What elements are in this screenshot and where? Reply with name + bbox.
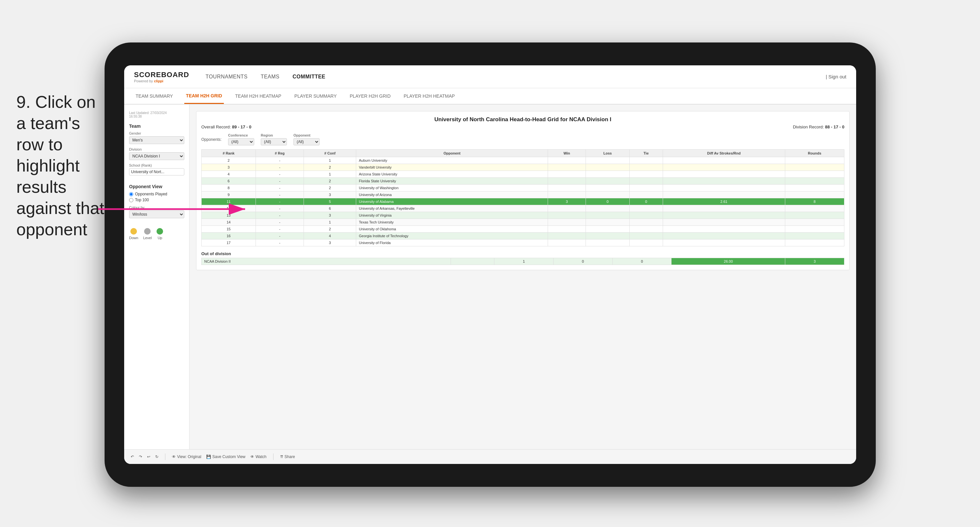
data-cell: 3 [548, 198, 586, 205]
opponent-name-cell: Arizona State University [356, 171, 548, 178]
save-custom-view-button[interactable]: 💾 Save Custom View [206, 454, 245, 459]
sub-nav-team-h2h-grid[interactable]: TEAM H2H GRID [184, 88, 224, 104]
data-cell: 8 [785, 198, 844, 205]
table-row[interactable]: 3-2Vanderbilt University [202, 164, 845, 171]
data-cell [548, 178, 586, 185]
data-cell: 14 [202, 219, 256, 226]
table-row[interactable]: 6-2Florida State University [202, 178, 845, 185]
data-cell: - [256, 198, 304, 205]
data-cell [586, 212, 630, 219]
toolbar-sep-1 [165, 454, 165, 460]
data-cell: - [256, 212, 304, 219]
sub-nav-team-h2h-heatmap[interactable]: TEAM H2H HEATMAP [234, 88, 283, 104]
data-cell [785, 171, 844, 178]
sub-nav-player-summary[interactable]: PLAYER SUMMARY [293, 88, 338, 104]
data-cell: 3 [304, 239, 356, 246]
data-cell [663, 219, 785, 226]
table-row[interactable]: 4-1Arizona State University [202, 171, 845, 178]
logo-brand: clippi [154, 79, 163, 83]
data-cell [586, 232, 630, 239]
nav-tournaments[interactable]: TOURNAMENTS [205, 74, 248, 80]
data-cell [663, 212, 785, 219]
sidebar-opponent-view-label: Opponent View [129, 184, 184, 189]
data-cell [586, 226, 630, 232]
data-cell [785, 164, 844, 171]
nav-sign-out[interactable]: | Sign out [826, 74, 846, 80]
nav-committee[interactable]: COMMITTEE [293, 74, 326, 80]
opponent-name-cell: Georgia Institute of Technology [356, 232, 548, 239]
sub-nav-player-h2h-heatmap[interactable]: PLAYER H2H HEATMAP [402, 88, 457, 104]
watch-button[interactable]: 👁 Watch [250, 454, 267, 459]
sidebar-school-input[interactable] [129, 168, 184, 175]
data-cell [548, 164, 586, 171]
data-cell: 2 [304, 226, 356, 232]
save-icon: 💾 [206, 454, 211, 459]
data-cell: 3 [304, 191, 356, 198]
data-cell [586, 164, 630, 171]
opponent-name-cell: University of Alabama [356, 198, 548, 205]
sidebar-division-select[interactable]: NCAA Division I [129, 152, 184, 160]
nav-teams[interactable]: TEAMS [261, 74, 280, 80]
sub-nav-player-h2h-grid[interactable]: PLAYER H2H GRID [348, 88, 392, 104]
step-number: 9. [16, 92, 30, 111]
nav-bar: SCOREBOARD Powered by clippi TOURNAMENTS… [124, 65, 856, 88]
sidebar-colour-by-select[interactable]: Win/loss [129, 210, 184, 218]
col-win: Win [548, 150, 586, 157]
grid-filters: Opponents: Conference (All) Region (All) [201, 133, 845, 145]
table-row[interactable]: 13-3University of Virginia [202, 212, 845, 219]
table-row[interactable]: 17-3University of Florida [202, 239, 845, 246]
region-select[interactable]: (All) [261, 138, 287, 145]
data-cell [586, 191, 630, 198]
data-cell [629, 191, 663, 198]
redo-button[interactable]: ↷ [139, 454, 142, 459]
back-button[interactable]: ↩ [147, 454, 150, 459]
table-row[interactable]: 15-2University of Oklahoma [202, 226, 845, 232]
data-cell [663, 171, 785, 178]
sidebar-colour-by-label: Colour by [129, 205, 184, 209]
data-cell [586, 219, 630, 226]
opponent-name-cell: University of Washington [356, 185, 548, 191]
data-cell: - [256, 164, 304, 171]
data-cell [629, 219, 663, 226]
data-cell: - [256, 171, 304, 178]
col-loss: Loss [586, 150, 630, 157]
data-cell: 3 [202, 164, 256, 171]
data-cell: - [256, 219, 304, 226]
out-div-name: NCAA Division II [202, 258, 451, 265]
table-row[interactable]: 16-4Georgia Institute of Technology [202, 232, 845, 239]
data-cell [586, 178, 630, 185]
data-cell: 17 [202, 239, 256, 246]
data-cell [629, 212, 663, 219]
table-row[interactable]: 2-1Auburn University [202, 157, 845, 164]
data-cell [548, 185, 586, 191]
data-cell [629, 226, 663, 232]
sub-nav-team-summary[interactable]: TEAM SUMMARY [134, 88, 175, 104]
table-row[interactable]: 8-2University of Washington [202, 185, 845, 191]
sidebar-radio-opponents-played[interactable]: Opponents Played [129, 192, 184, 196]
data-cell [548, 219, 586, 226]
sidebar-gender-select[interactable]: Men's [129, 136, 184, 144]
data-cell: 1 [304, 157, 356, 164]
opponent-select[interactable]: (All) [293, 138, 320, 145]
data-cell: 2.61 [663, 198, 785, 205]
share-button[interactable]: ⇈ Share [280, 454, 295, 459]
refresh-button[interactable]: ↻ [155, 454, 159, 459]
table-row[interactable]: 14-1Texas Tech University [202, 219, 845, 226]
out-of-division-row[interactable]: NCAA Division II 1 0 0 26.00 3 [202, 258, 845, 265]
table-row[interactable]: 11-5University of Alabama3002.618 [202, 198, 845, 205]
data-cell [663, 164, 785, 171]
data-cell [629, 157, 663, 164]
data-cell: 2 [304, 164, 356, 171]
sidebar-radio-top-100[interactable]: Top 100 [129, 197, 184, 202]
data-cell [663, 226, 785, 232]
view-original-button[interactable]: 👁 View: Original [172, 454, 201, 459]
data-cell: 12 [202, 205, 256, 212]
logo-area: SCOREBOARD Powered by clippi [134, 70, 189, 83]
grid-area: University of North Carolina Head-to-Hea… [189, 105, 856, 449]
undo-button[interactable]: ↶ [131, 454, 134, 459]
conference-select[interactable]: (All) [228, 138, 254, 145]
table-row[interactable]: 12-6University of Arkansas, Fayetteville [202, 205, 845, 212]
table-row[interactable]: 9-3University of Arizona [202, 191, 845, 198]
data-cell: 1 [304, 219, 356, 226]
data-cell: 16 [202, 232, 256, 239]
